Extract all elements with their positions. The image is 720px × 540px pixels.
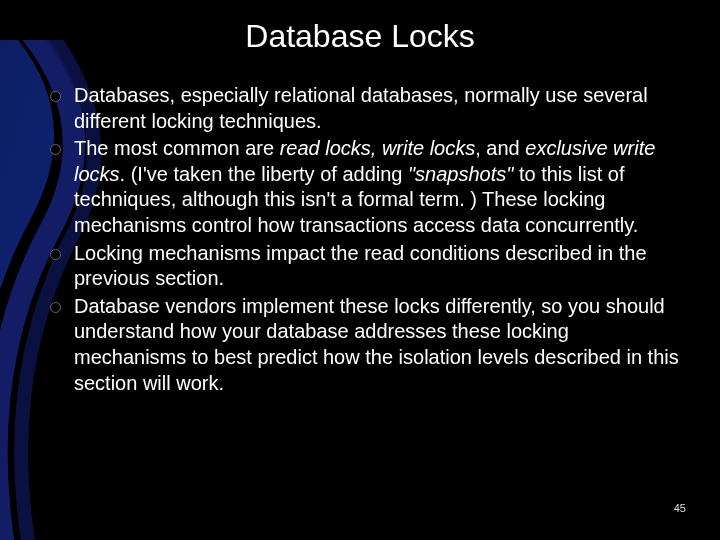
slide-content: Databases, especially relational databas… bbox=[0, 83, 720, 396]
bullet-text: . (I've taken the liberty of adding bbox=[120, 163, 408, 185]
italic-text: read locks, write locks bbox=[280, 137, 476, 159]
bullet-text: The most common are bbox=[74, 137, 280, 159]
slide-title: Database Locks bbox=[0, 0, 720, 83]
bullet-text: , and bbox=[475, 137, 525, 159]
bullet-list: Databases, especially relational databas… bbox=[46, 83, 680, 396]
italic-text: "snapshots" bbox=[408, 163, 513, 185]
bullet-text: Locking mechanisms impact the read condi… bbox=[74, 242, 647, 290]
list-item: Databases, especially relational databas… bbox=[46, 83, 680, 134]
bullet-text: Databases, especially relational databas… bbox=[74, 84, 648, 132]
bullet-text: Database vendors implement these locks d… bbox=[74, 295, 679, 394]
page-number: 45 bbox=[674, 502, 686, 514]
list-item: Locking mechanisms impact the read condi… bbox=[46, 241, 680, 292]
list-item: Database vendors implement these locks d… bbox=[46, 294, 680, 396]
list-item: The most common are read locks, write lo… bbox=[46, 136, 680, 238]
